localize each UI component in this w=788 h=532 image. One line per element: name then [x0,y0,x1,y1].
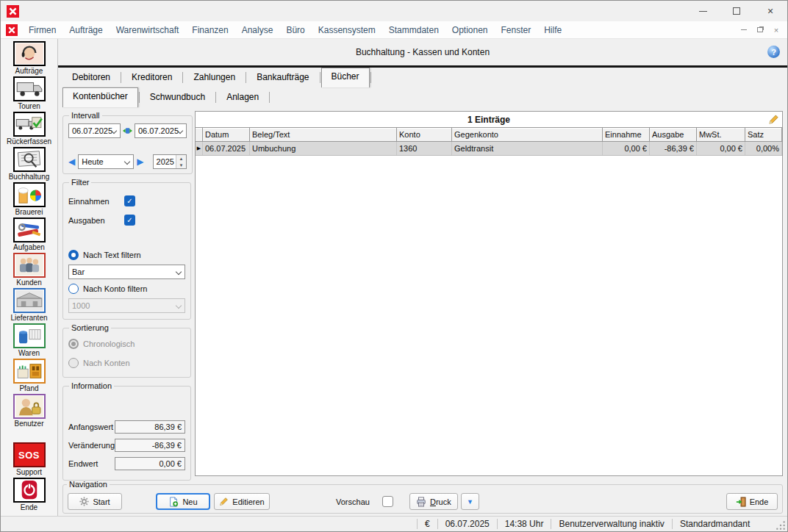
vorschau-checkbox[interactable] [382,496,393,507]
ende-button[interactable]: Ende [726,493,778,510]
intervall-groupbox: Intervall 06.07.2025 06.07.2025 [62,111,193,174]
sidebar-item-label: Support [16,468,42,476]
sidebar-item-brauerei[interactable]: Brauerei [1,182,57,216]
text-filter-select[interactable]: Bar [68,265,185,279]
menu-warenwirtschaft[interactable]: Warenwirtschaft [110,25,186,35]
row-selector-icon: ▶ [196,142,203,155]
menu-finanzen[interactable]: Finanzen [185,25,234,35]
menu-optionen[interactable]: Optionen [445,25,495,35]
sidebar-item-touren[interactable]: Touren [1,76,57,110]
column-satz[interactable]: Satz [745,128,782,141]
sos-icon: SOS [13,442,46,467]
table-row[interactable]: ▶ 06.07.2025 Umbuchung 1360 Geldtransit … [196,142,782,156]
anfangswert-row: Anfangswert 86,39 € [68,420,185,434]
information-legend: Information [69,381,114,390]
buchhaltung-icon [13,147,46,172]
neu-button[interactable]: Neu [156,493,210,510]
resize-grip[interactable] [776,520,786,531]
menu-kassensystem[interactable]: Kassensystem [312,25,382,35]
nach-konto-label: Nach Konto filtern [83,284,147,293]
vorschau-label: Vorschau [336,497,370,506]
cell-mwst: 0,00 € [697,142,745,155]
mdi-restore-icon[interactable] [755,25,765,35]
year-stepper[interactable]: 2025 ▲ ▼ [153,154,187,169]
sidebar-item-label: Touren [18,102,40,110]
help-icon[interactable]: ? [767,46,780,58]
previous-period-icon[interactable]: ◀ [68,157,75,166]
nach-text-radio[interactable] [68,250,79,260]
module-header: Buchhaltung - Kassen und Konten ? [58,39,787,65]
waren-icon [13,323,46,348]
cell-satz: 0,00% [745,142,782,155]
ausgaben-checkbox[interactable]: ✓ [124,215,135,226]
primary-tab-row: Debitoren Kreditoren Zahlungen Bankauftr… [58,68,787,87]
menu-buero[interactable]: Büro [279,25,311,35]
tab-schwundbuch[interactable]: Schwundbuch [140,89,215,107]
sidebar-item-lieferanten[interactable]: Lieferanten [1,288,57,322]
column-selector[interactable] [196,128,203,141]
edit-pencil-icon[interactable] [768,114,779,127]
tab-kontenbuecher[interactable]: Kontenbücher [62,87,138,107]
menu-app-icon [6,24,18,36]
sidebar-item-ende[interactable]: Ende [1,478,57,511]
spin-up-icon[interactable]: ▲ [176,155,186,162]
cell-datum: 06.07.2025 [203,142,250,155]
date-from-select[interactable]: 06.07.2025 [68,123,121,138]
sidebar-item-waren[interactable]: Waren [1,323,57,357]
start-button[interactable]: Start [68,493,122,510]
sidebar-item-rueckerfassen[interactable]: Rückerfassen [1,112,57,145]
veraenderung-label: Veränderung [68,441,115,450]
tab-bankauftraege[interactable]: Bankaufträge [247,69,318,87]
sidebar-item-label: Aufträge [15,67,43,75]
menu-hilfe[interactable]: Hilfe [537,25,568,35]
next-period-icon[interactable]: ▶ [137,157,143,166]
sidebar-item-benutzer[interactable]: Benutzer [1,394,57,428]
sidebar-item-pfand[interactable]: Pfand [1,359,57,392]
sidebar-item-kunden[interactable]: Kunden [1,253,57,287]
benutzer-icon [13,394,46,419]
sidebar-item-auftraege[interactable]: Aufträge [1,41,57,75]
maximize-icon[interactable] [720,1,753,21]
column-beleg-text[interactable]: Beleg/Text [250,128,397,141]
tab-anlagen[interactable]: Anlagen [217,89,268,107]
tab-buecher[interactable]: Bücher [321,68,370,87]
spin-down-icon[interactable]: ▼ [176,162,186,168]
sidebar-item-aufgaben[interactable]: Aufgaben [1,218,57,251]
menu-auftraege[interactable]: Aufträge [62,25,109,35]
column-konto[interactable]: Konto [397,128,452,141]
menu-fenster[interactable]: Fenster [495,25,538,35]
column-datum[interactable]: Datum [203,128,250,141]
column-mwst[interactable]: MwSt. [697,128,745,141]
sidebar-item-support[interactable]: SOS Support [1,442,57,476]
minimize-icon[interactable] [686,1,720,21]
tab-zahlungen[interactable]: Zahlungen [184,69,245,87]
period-preset-select[interactable]: Heute [78,154,134,169]
druck-button[interactable]: Druck [409,493,458,510]
tab-separator [246,72,246,83]
ausgaben-label: Ausgaben [68,216,115,225]
app-icon [7,5,19,18]
mdi-minimize-icon[interactable] [739,25,749,35]
kunden-icon [13,253,46,278]
column-gegenkonto[interactable]: Gegenkonto [452,128,603,141]
tab-kreditoren[interactable]: Kreditoren [122,69,182,87]
filter-groupbox: Filter Einnahmen ✓ Ausgaben ✓ Nach Te [62,178,191,320]
sidebar-item-buchhaltung[interactable]: Buchhaltung [1,147,57,181]
druck-dropdown-button[interactable]: ▼ [461,493,479,510]
lieferanten-icon [13,288,46,313]
einnahmen-checkbox[interactable]: ✓ [124,195,135,206]
menu-stammdaten[interactable]: Stammdaten [382,25,445,35]
column-einnahme[interactable]: Einnahme [603,128,650,141]
menu-analyse[interactable]: Analyse [235,25,280,35]
menu-firmen[interactable]: Firmen [22,25,62,35]
mdi-close-icon[interactable]: × [771,25,781,35]
nach-konto-radio[interactable] [68,284,79,294]
tab-separator [121,72,121,83]
tab-debitoren[interactable]: Debitoren [62,69,120,87]
navigation-legend: Navigation [67,480,110,489]
close-icon[interactable]: × [753,1,787,21]
chevron-down-icon [176,303,182,309]
date-to-select[interactable]: 06.07.2025 [135,123,187,138]
column-ausgabe[interactable]: Ausgabe [650,128,697,141]
editieren-button[interactable]: Editieren [214,493,270,510]
